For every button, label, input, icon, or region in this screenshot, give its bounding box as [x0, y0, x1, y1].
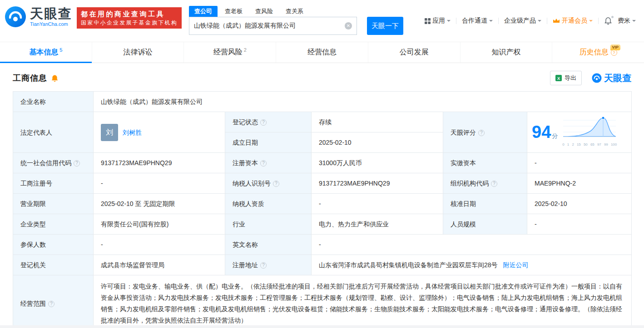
field-label: 纳税人识别号? [225, 173, 312, 194]
row-insured-count: 参保人数 - 英文名称 - [13, 235, 632, 255]
tab-basic-info[interactable]: 基本信息 5 [0, 42, 92, 63]
search-tab-relation[interactable]: 查关系 [280, 6, 309, 17]
tab-label: 经营风险 [213, 48, 243, 57]
field-label: 经营范围? [13, 275, 94, 328]
field-label-text: 注册地址 [233, 261, 258, 269]
menu-user-label: 费米 [618, 17, 630, 25]
menu-partner[interactable]: 合作通道 [462, 17, 493, 25]
field-label: 工商注册号 [13, 173, 94, 194]
tab-company-development[interactable]: 公司发展 [368, 42, 460, 63]
menu-enterprise[interactable]: 企业级产品 [504, 17, 541, 25]
tianyancha-logo[interactable]: 天眼查 TianYanCha.com [5, 6, 72, 28]
field-label-text: 组织机构代码 [451, 180, 489, 187]
menu-user[interactable]: 费米 [618, 17, 636, 25]
score-number: 94 [532, 122, 551, 142]
field-label: 成立日期 [225, 132, 312, 153]
chevron-down-icon [632, 20, 636, 24]
score-curve-chart [562, 115, 617, 139]
top-header: 天眼查 TianYanCha.com 都在用的商业查询工具 国家中小企业发展子基… [0, 0, 644, 42]
notification-bell[interactable] [604, 17, 612, 25]
tick-label: 99 [604, 140, 608, 150]
field-label: 实缴资本 [443, 153, 527, 173]
logo-title: 天眼查 [30, 7, 72, 20]
english-name-value: - [312, 235, 632, 255]
reg-capital-value: 31000万人民币 [312, 153, 443, 173]
row-legal-rep-status: 法定代表人 刘 刘树胜 登记状态? 存续 天眼评分? 94分 [13, 112, 632, 132]
clear-icon[interactable]: ✕ [345, 22, 352, 29]
help-icon[interactable]: ? [260, 160, 267, 166]
export-label: 导出 [565, 74, 576, 82]
field-label: 注册地址? [225, 255, 312, 275]
search-box: ✕ [189, 17, 357, 35]
avatar[interactable]: 刘 [101, 124, 118, 141]
tab-badge: 2 [244, 47, 247, 53]
help-icon[interactable]: ? [48, 301, 54, 307]
chevron-down-icon [489, 20, 493, 24]
row-company-name: 企业名称 山铁绿能（成武）能源发展有限公司 [13, 92, 632, 112]
watermark-label: 天眼查 [604, 72, 631, 84]
menu-open-vip[interactable]: 开通会员 [553, 17, 593, 25]
menu-open-vip-label: 开通会员 [562, 17, 587, 25]
tick-label: 97 [597, 140, 601, 150]
search-tabs: 查公司 查老板 查风险 查关系 [189, 6, 403, 17]
row-business-term: 营业期限 2025-02-10 至 无固定期限 纳税人资质 - 核准日期 202… [13, 194, 632, 214]
field-label: 注册资本? [225, 153, 312, 173]
field-label: 登记机关 [13, 255, 94, 275]
tianyancha-watermark: 天眼查 [592, 72, 631, 84]
field-label-text: 登记状态 [233, 118, 258, 126]
search-tab-company[interactable]: 查公司 [189, 6, 218, 17]
divider [456, 18, 456, 24]
field-label: 纳税人资质 [225, 194, 312, 214]
export-button[interactable]: X 导出 [550, 71, 582, 85]
taxpayer-quality-value: - [312, 194, 443, 214]
tab-operating-risk[interactable]: 经营风险 2 [183, 42, 276, 63]
search-tab-boss[interactable]: 查老板 [219, 6, 248, 17]
tab-operating-info[interactable]: 经营信息 [276, 42, 368, 63]
menu-apps[interactable]: 应用 [425, 17, 451, 25]
row-reg-authority: 登记机关 成武县市场监督管理局 注册地址? 山东省菏泽市成武县苟村集镇机电设备制… [13, 255, 632, 275]
business-term-value: 2025-02-10 至 无固定期限 [94, 194, 225, 214]
help-icon[interactable]: ? [478, 130, 485, 136]
row-reg-number: 工商注册号 - 纳税人识别号? 91371723MAE9PHNQ29 组织机构代… [13, 173, 632, 194]
tab-history-info[interactable]: VIP 历史信息 ? [552, 42, 644, 63]
help-icon[interactable]: ? [260, 262, 267, 269]
help-icon[interactable]: ? [273, 181, 279, 187]
top-menu: 应用 合作通道 企业级产品 开通会员 [425, 17, 636, 25]
reg-number-value: - [94, 173, 225, 194]
business-info-header: 工商信息 X 导出 天眼查 [0, 63, 644, 91]
tab-legal-litigation[interactable]: 法律诉讼 [92, 42, 184, 63]
field-label-text: 注册资本 [233, 159, 258, 166]
tab-label: 法律诉讼 [124, 48, 153, 57]
tianyancha-score-cell[interactable]: 94分 0 1 2 15 50 [527, 112, 632, 153]
reg-address-value: 山东省菏泽市成武县苟村集镇机电设备制造产业园双层车间28号 [319, 261, 498, 269]
chevron-down-icon [538, 20, 541, 24]
divider [498, 18, 499, 24]
tab-intellectual-property[interactable]: 知识产权 [460, 42, 552, 63]
nearby-companies-link[interactable]: 附近公司 [503, 261, 528, 269]
search-tab-risk[interactable]: 查风险 [250, 6, 278, 17]
legal-rep-link[interactable]: 刘树胜 [123, 127, 142, 137]
tianyancha-logo-icon [592, 73, 602, 83]
search-button[interactable]: 天眼一下 [367, 17, 403, 35]
help-icon[interactable]: ? [260, 119, 267, 126]
tick-label: 50 [584, 140, 588, 150]
divider [598, 18, 599, 24]
page-bottom-strip [0, 325, 644, 328]
business-scope-value: 许可项目：发电业务、输电业务、供（配）电业务。（依法须经批准的项目，经相关部门批… [94, 275, 632, 328]
subscribe-bell-icon[interactable] [51, 74, 59, 82]
field-label: 人员规模 [443, 214, 527, 235]
svg-text:X: X [557, 76, 560, 81]
search-input[interactable] [189, 22, 345, 29]
chevron-down-icon [447, 20, 451, 24]
tab-label: 基本信息 [29, 48, 58, 57]
slogan-line1: 都在用的商业查询工具 [81, 10, 178, 18]
company-type-value: 有限责任公司(国有控股) [94, 214, 225, 235]
reg-status-value: 存续 [312, 112, 443, 132]
field-label: 天眼评分? [443, 112, 527, 153]
help-icon[interactable]: ? [74, 160, 80, 166]
slogan-banner: 都在用的商业查询工具 国家中小企业发展子基金旗下机构 [77, 7, 182, 29]
field-label: 行业 [225, 214, 312, 235]
business-info-table: 企业名称 山铁绿能（成武）能源发展有限公司 法定代表人 刘 刘树胜 登记状态? … [13, 91, 632, 328]
field-label-text: 经营范围 [20, 300, 46, 307]
help-icon[interactable]: ? [491, 181, 497, 187]
